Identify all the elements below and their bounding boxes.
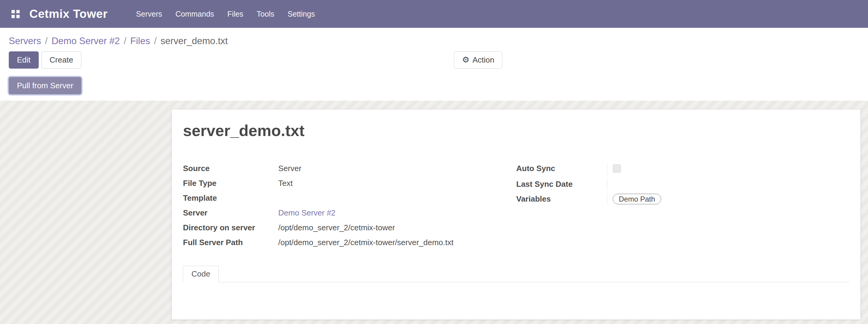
breadcrumb-separator: / [124, 36, 126, 46]
tab-code[interactable]: Code [183, 266, 219, 282]
screen: Cetmix Tower Servers Commands Files Tool… [0, 0, 868, 324]
field-label: Last Sync Date [516, 179, 607, 190]
menu-tools[interactable]: Tools [256, 8, 275, 20]
field-group-left: Source Server File Type Text Template Se… [183, 161, 516, 250]
field-row-auto-sync: Auto Sync [516, 161, 849, 177]
breadcrumb-servers[interactable]: Servers [9, 36, 41, 46]
apps-grid-icon[interactable] [8, 7, 23, 21]
server-link[interactable]: Demo Server #2 [278, 208, 335, 217]
field-value: Demo Path [607, 194, 849, 205]
notebook: Code [183, 266, 849, 317]
field-row-variables: Variables Demo Path [516, 192, 849, 207]
tab-code-page [183, 282, 849, 317]
form-sheet: server_demo.txt Source Server File Type … [172, 109, 861, 320]
field-label: Template [183, 193, 278, 204]
menu-commands[interactable]: Commands [175, 8, 215, 20]
breadcrumb-separator: / [45, 36, 48, 46]
field-value: Demo Server #2 [278, 208, 516, 219]
action-button[interactable]: ⚙ Action [454, 52, 502, 69]
menu-files[interactable]: Files [227, 8, 244, 20]
app-brand[interactable]: Cetmix Tower [29, 7, 108, 21]
gear-icon: ⚙ [462, 56, 469, 64]
breadcrumb-files[interactable]: Files [130, 36, 150, 46]
content-area: server_demo.txt Source Server File Type … [0, 101, 868, 324]
auto-sync-checkbox[interactable] [613, 164, 621, 172]
field-label: Server [183, 208, 278, 219]
create-button[interactable]: Create [41, 52, 81, 69]
field-value: /opt/demo_server_2/cetmix-tower/server_d… [278, 237, 516, 249]
control-panel: Servers/Demo Server #2/Files/server_demo… [0, 28, 868, 101]
field-row-server: Server Demo Server #2 [183, 206, 516, 221]
notebook-tabs: Code [183, 266, 849, 282]
field-value [607, 179, 849, 190]
field-value [278, 193, 516, 204]
field-row-last-sync: Last Sync Date [516, 177, 849, 192]
field-label: File Type [183, 178, 278, 189]
menu-settings[interactable]: Settings [287, 8, 315, 20]
field-row-template: Template [183, 191, 516, 206]
top-navbar: Cetmix Tower Servers Commands Files Tool… [0, 0, 868, 28]
field-row-directory: Directory on server /opt/demo_server_2/c… [183, 221, 516, 235]
field-row-source: Source Server [183, 161, 516, 176]
field-value: Server [278, 163, 516, 174]
field-label: Variables [516, 194, 607, 205]
field-group-right: Auto Sync Last Sync Date Variables Demo … [516, 161, 849, 250]
breadcrumb: Servers/Demo Server #2/Files/server_demo… [9, 35, 859, 47]
pull-from-server-button[interactable]: Pull from Server [9, 77, 81, 94]
field-label: Directory on server [183, 222, 278, 234]
field-value: Text [278, 178, 516, 189]
breadcrumb-demo-server[interactable]: Demo Server #2 [52, 36, 120, 46]
field-value: /opt/demo_server_2/cetmix-tower [278, 222, 516, 234]
action-label: Action [472, 52, 494, 68]
field-value [607, 163, 849, 175]
breadcrumb-separator: / [154, 36, 157, 46]
field-row-full-path: Full Server Path /opt/demo_server_2/cetm… [183, 235, 516, 250]
main-menu: Servers Commands Files Tools Settings [135, 8, 315, 20]
variable-tag: Demo Path [613, 194, 661, 204]
field-label: Source [183, 163, 278, 174]
field-label: Auto Sync [516, 163, 607, 175]
field-label: Full Server Path [183, 237, 278, 249]
record-actions-row: Pull from Server [9, 77, 859, 94]
edit-button[interactable]: Edit [9, 52, 39, 69]
breadcrumb-current: server_demo.txt [161, 36, 228, 46]
button-row: Edit Create ⚙ Action [9, 52, 859, 69]
record-title: server_demo.txt [183, 122, 849, 140]
field-groups: Source Server File Type Text Template Se… [183, 161, 849, 250]
field-row-file-type: File Type Text [183, 176, 516, 191]
menu-servers[interactable]: Servers [135, 8, 163, 20]
